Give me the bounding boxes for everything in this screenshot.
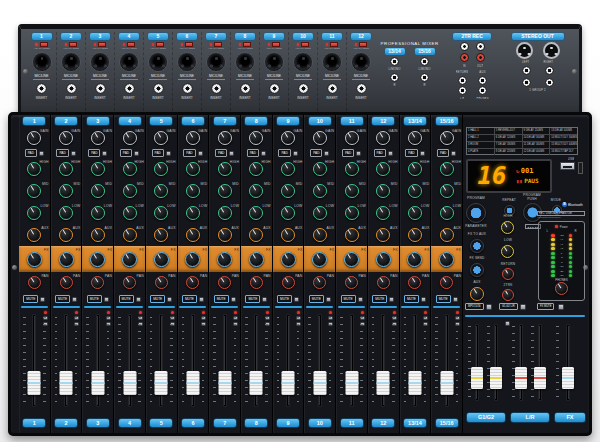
mute-button[interactable]: MUTE [87, 295, 102, 303]
fx-send-knob[interactable] [407, 252, 422, 267]
insert-jack[interactable] [240, 83, 251, 94]
gain-knob[interactable] [91, 131, 105, 145]
low-eq-knob[interactable] [313, 206, 327, 220]
aux-send-knob[interactable] [440, 228, 454, 242]
pfl-switch[interactable] [294, 297, 299, 302]
fx-send-knob[interactable] [249, 252, 264, 267]
fx-send-knob[interactable] [90, 252, 105, 267]
gain-knob[interactable] [154, 131, 168, 145]
mute-button[interactable]: MUTE [182, 295, 197, 303]
xlr-combo-jack[interactable] [177, 52, 197, 72]
insert-jack[interactable] [269, 83, 280, 94]
aux-send-knob[interactable] [186, 228, 200, 242]
xlr-combo-jack[interactable] [119, 52, 139, 72]
mute-button[interactable]: MUTE [150, 295, 165, 303]
gain-knob[interactable] [249, 131, 263, 145]
pad-button[interactable]: PAD [278, 149, 290, 157]
pad-switch[interactable] [356, 151, 361, 156]
pad-switch[interactable] [451, 151, 456, 156]
phones-jack[interactable] [478, 86, 487, 95]
xlr-out-left[interactable] [516, 42, 533, 59]
pad-switch[interactable] [71, 151, 76, 156]
mute-button[interactable]: MUTE [309, 295, 324, 303]
high-eq-knob[interactable] [154, 162, 168, 176]
gain-knob[interactable] [313, 131, 327, 145]
line-jack-r[interactable] [390, 73, 399, 82]
fx-mute-button[interactable]: FX MUTE [537, 303, 554, 310]
high-eq-knob[interactable] [281, 162, 295, 176]
insert-jack[interactable] [95, 83, 106, 94]
xlr-combo-jack[interactable] [206, 52, 226, 72]
mute-button[interactable]: MUTE [341, 295, 356, 303]
pad-button[interactable]: PAD [215, 149, 227, 157]
pad-button[interactable]: PAD [374, 149, 386, 157]
xlr-combo-jack[interactable] [32, 52, 52, 72]
xlr-combo-jack[interactable] [61, 52, 81, 72]
xlr-combo-jack[interactable] [235, 52, 255, 72]
insert-jack[interactable] [211, 83, 222, 94]
fx-mute-switch[interactable] [558, 304, 564, 310]
mid-eq-knob[interactable] [154, 184, 168, 198]
pfl-switch[interactable] [167, 297, 172, 302]
fx-send-knob[interactable] [312, 252, 327, 267]
insert-jack[interactable] [356, 83, 367, 94]
high-eq-knob[interactable] [376, 162, 390, 176]
xlr-combo-jack[interactable] [90, 52, 110, 72]
mp3-assign-button[interactable]: MP3 15/16 [465, 303, 484, 310]
xlr-combo-jack[interactable] [293, 52, 313, 72]
channel-fader-handle[interactable] [313, 371, 326, 395]
pad-button[interactable]: PAD [437, 149, 449, 157]
insert-jack[interactable] [327, 83, 338, 94]
xlr-out-right[interactable] [543, 42, 560, 59]
fx-send-knob[interactable] [27, 252, 42, 267]
low-eq-knob[interactable] [186, 206, 200, 220]
pan-knob[interactable] [91, 276, 104, 289]
mid-eq-knob[interactable] [281, 184, 295, 198]
aux-send-knob[interactable] [218, 228, 232, 242]
pfl-switch[interactable] [231, 297, 236, 302]
mid-eq-knob[interactable] [408, 184, 422, 198]
gain-knob[interactable] [408, 131, 422, 145]
channel-fader-handle[interactable] [408, 371, 421, 395]
channel-fader-handle[interactable] [282, 371, 295, 395]
pfl-switch[interactable] [199, 297, 204, 302]
channel-fader-handle[interactable] [218, 371, 231, 395]
mute-button[interactable]: MUTE [119, 295, 134, 303]
gain-knob[interactable] [186, 131, 200, 145]
aux-send-knob[interactable] [27, 228, 41, 242]
sd-card-slot[interactable] [578, 162, 583, 174]
fx-send-knob[interactable] [439, 252, 454, 267]
pad-switch[interactable] [198, 151, 203, 156]
low-eq-knob[interactable] [440, 206, 454, 220]
fx-send-knob[interactable] [281, 252, 296, 267]
high-eq-knob[interactable] [218, 162, 232, 176]
pan-knob[interactable] [377, 276, 390, 289]
group-assign-button[interactable]: G1-G2 L/R [499, 303, 518, 310]
pad-switch[interactable] [166, 151, 171, 156]
pfl-switch[interactable] [358, 297, 363, 302]
pad-button[interactable]: PAD [342, 149, 354, 157]
aux-send-knob[interactable] [91, 228, 105, 242]
mute-button[interactable]: MUTE [23, 295, 38, 303]
pan-knob[interactable] [28, 276, 41, 289]
mute-button[interactable]: MUTE [277, 295, 292, 303]
mid-eq-knob[interactable] [345, 184, 359, 198]
rca-out-l[interactable] [476, 42, 485, 51]
high-eq-knob[interactable] [27, 162, 41, 176]
pan-knob[interactable] [186, 276, 199, 289]
low-eq-knob[interactable] [345, 206, 359, 220]
insert-jack[interactable] [36, 83, 47, 94]
line-jack-l[interactable] [420, 57, 429, 66]
pad-switch[interactable] [388, 151, 393, 156]
high-eq-knob[interactable] [123, 162, 137, 176]
aux-send-knob[interactable] [249, 228, 263, 242]
pad-button[interactable]: PAD [183, 149, 195, 157]
main-out-jack-r[interactable] [545, 66, 554, 75]
low-eq-knob[interactable] [218, 206, 232, 220]
low-eq-knob[interactable] [154, 206, 168, 220]
pad-button[interactable]: PAD [152, 149, 164, 157]
two-trk-knob[interactable] [502, 289, 514, 301]
low-eq-knob[interactable] [281, 206, 295, 220]
gain-knob[interactable] [281, 131, 295, 145]
rca-in-r[interactable] [460, 53, 469, 62]
